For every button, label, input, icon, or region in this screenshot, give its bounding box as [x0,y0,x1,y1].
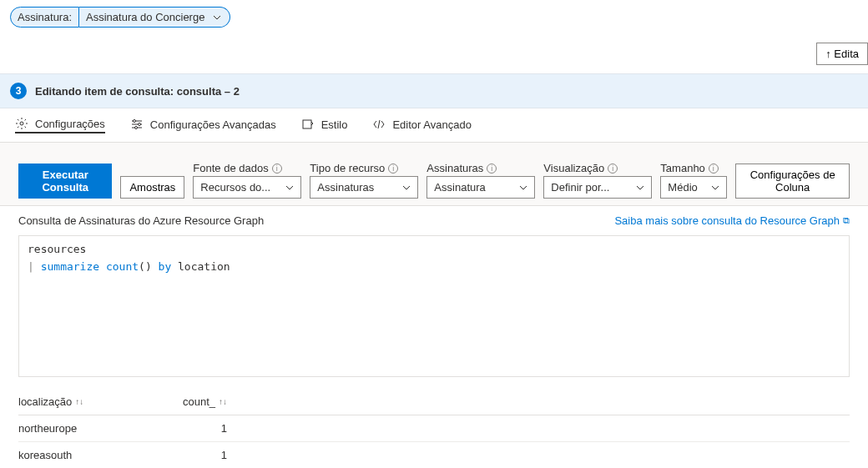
info-icon: i [388,164,398,174]
svg-rect-4 [303,120,311,128]
edit-button-label: ↑ Edita [825,48,859,60]
tab-style-label: Estilo [321,118,348,131]
column-settings-button[interactable]: Configurações de Coluna [735,164,850,199]
tab-advanced-settings-label: Configurações Avançadas [150,118,276,131]
cell-location: northeurope [18,422,160,435]
code-icon [372,118,386,131]
column-header-location[interactable]: localização ↑↓ [18,395,160,408]
chevron-down-icon [402,185,411,190]
svg-point-3 [134,127,137,129]
svg-point-2 [138,123,140,126]
learn-more-link[interactable]: Saiba mais sobre consulta do Resource Gr… [614,214,850,227]
tab-settings-label: Configurações [35,118,105,130]
tab-advanced-editor[interactable]: Editor Avançado [372,117,471,133]
edit-button[interactable]: ↑ Edita [816,43,868,65]
table-row[interactable]: northeurope 1 [18,415,850,442]
tab-style[interactable]: Estilo [301,117,348,133]
samples-button[interactable]: Amostras [120,176,184,199]
size-label: Tamanho i [660,162,727,174]
sort-icon: ↑↓ [219,397,227,406]
style-icon [301,118,315,131]
svg-point-1 [133,120,135,123]
external-link-icon: ⧉ [843,215,850,226]
visualization-value: Definir por... [551,181,609,194]
subscriptions-label: Assinaturas i [426,162,535,174]
cell-count: 1 [160,449,227,461]
sort-icon: ↑↓ [75,397,83,406]
table-row[interactable]: koreasouth 1 [18,442,850,468]
cell-location: koreasouth [18,449,160,461]
resource-type-label: Tipo de recurso i [310,162,418,174]
info-icon: i [272,164,282,174]
datasource-label: Fonte de dados i [193,162,301,174]
chevron-down-icon [711,185,719,190]
info-icon: i [608,164,618,174]
size-select[interactable]: Médio [660,176,727,199]
chevron-down-icon [285,185,294,190]
sliders-icon [130,118,144,131]
info-icon: i [709,164,719,174]
datasource-value: Recursos do... [200,181,270,194]
info-icon: i [487,164,497,174]
chevron-down-icon [636,185,644,190]
query-description: Consulta de Assinaturas do Azure Resourc… [18,214,264,227]
chevron-down-icon [519,185,527,190]
cell-count: 1 [160,422,227,435]
visualization-label: Visualização i [543,162,652,174]
query-editor[interactable]: resources | summarize count() by locatio… [18,235,850,377]
subscriptions-value: Assinatura [434,181,485,194]
subscriptions-select[interactable]: Assinatura [426,176,535,199]
step-number-badge: 3 [10,83,27,99]
results-table: localização ↑↓ count_↑↓ northeurope 1 ko… [18,389,850,468]
svg-point-0 [20,122,23,125]
chevron-down-icon [213,15,221,20]
step-title: Editando item de consulta: consulta – 2 [35,85,240,98]
tab-settings[interactable]: Configurações [15,117,105,133]
column-header-count[interactable]: count_↑↓ [160,395,227,408]
visualization-select[interactable]: Definir por... [543,176,652,199]
tab-advanced-editor-label: Editor Avançado [392,118,471,131]
run-query-button[interactable]: Executar Consulta [18,164,112,199]
gear-icon [15,117,28,130]
size-value: Médio [668,181,697,194]
subscription-label: Assinatura: [10,7,79,28]
subscription-value: Assinatura do Concierge [86,11,204,23]
step-header: 3 Editando item de consulta: consulta – … [0,73,868,108]
datasource-select[interactable]: Recursos do... [193,176,301,199]
subscription-select[interactable]: Assinatura do Concierge [79,7,230,28]
tab-advanced-settings[interactable]: Configurações Avançadas [130,117,276,133]
resource-type-value: Assinaturas [317,181,374,194]
resource-type-select[interactable]: Assinaturas [310,176,418,199]
